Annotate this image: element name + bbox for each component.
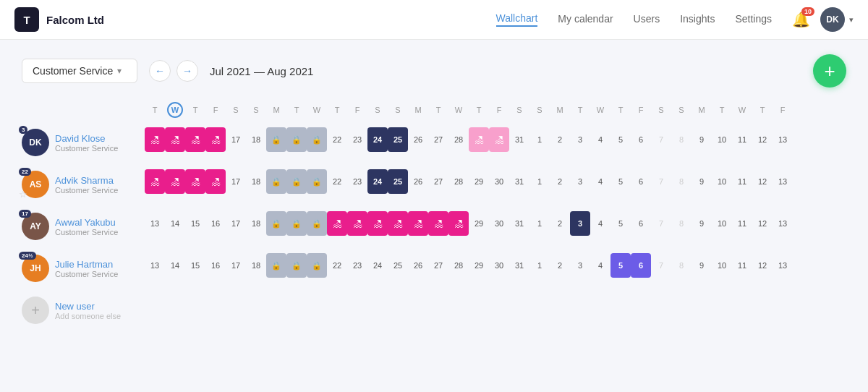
cal-cell[interactable]: 8 bbox=[671, 127, 692, 152]
cal-cell[interactable]: 🏖 bbox=[185, 127, 205, 152]
cal-cell[interactable]: 14 bbox=[165, 253, 185, 278]
cal-cell[interactable]: 8 bbox=[671, 253, 692, 278]
cal-cell[interactable]: 🔒 bbox=[286, 127, 307, 152]
cal-cell[interactable]: 🏖 bbox=[388, 211, 408, 236]
cal-cell[interactable]: 🏖 bbox=[489, 127, 509, 152]
cal-cell[interactable]: 24 bbox=[367, 169, 388, 194]
cal-cell[interactable]: 28 bbox=[448, 169, 469, 194]
cal-cell[interactable]: 11 bbox=[732, 169, 752, 194]
cal-cell[interactable]: 🏖 bbox=[205, 127, 226, 152]
cal-cell[interactable]: 30 bbox=[489, 253, 509, 278]
new-user-name[interactable]: New user bbox=[55, 301, 121, 312]
cal-cell[interactable]: 18 bbox=[246, 253, 266, 278]
cal-cell[interactable]: 3 bbox=[570, 253, 590, 278]
notification-button[interactable]: 🔔 10 bbox=[792, 11, 810, 28]
cal-cell[interactable]: 27 bbox=[428, 253, 448, 278]
cal-cell[interactable]: 25 bbox=[388, 127, 408, 152]
cal-cell[interactable]: 29 bbox=[469, 211, 489, 236]
cal-cell[interactable]: 29 bbox=[469, 253, 489, 278]
cal-cell[interactable]: 3 bbox=[570, 127, 590, 152]
cal-cell[interactable]: 24 bbox=[367, 127, 388, 152]
cal-cell[interactable]: 26 bbox=[408, 169, 428, 194]
cal-cell[interactable]: 5 bbox=[610, 253, 631, 278]
cal-cell[interactable]: 18 bbox=[246, 127, 266, 152]
add-user-button[interactable]: + bbox=[22, 297, 49, 324]
cal-cell[interactable]: 17 bbox=[226, 211, 246, 236]
cal-cell[interactable]: 8 bbox=[671, 169, 692, 194]
cal-cell[interactable]: 31 bbox=[509, 253, 529, 278]
cal-cell[interactable]: 31 bbox=[509, 127, 529, 152]
cal-cell[interactable]: 14 bbox=[165, 211, 185, 236]
cal-cell[interactable]: 29 bbox=[469, 169, 489, 194]
nav-insights[interactable]: Insights bbox=[680, 13, 715, 26]
cal-cell[interactable]: 13 bbox=[773, 211, 793, 236]
cal-cell[interactable]: 16 bbox=[205, 253, 226, 278]
cal-cell[interactable]: 12 bbox=[752, 211, 773, 236]
cal-cell[interactable]: 9 bbox=[692, 253, 712, 278]
cal-cell[interactable]: 31 bbox=[509, 169, 529, 194]
cal-cell[interactable]: 🔒 bbox=[307, 211, 327, 236]
cal-cell[interactable]: 18 bbox=[246, 211, 266, 236]
cal-cell[interactable]: 28 bbox=[448, 253, 469, 278]
cal-cell[interactable]: 1 bbox=[529, 169, 550, 194]
cal-cell[interactable]: 9 bbox=[692, 211, 712, 236]
cal-cell[interactable]: 6 bbox=[631, 253, 651, 278]
cal-cell[interactable]: 10 bbox=[712, 127, 732, 152]
cal-cell[interactable]: 12 bbox=[752, 169, 773, 194]
cal-cell[interactable]: 🔒 bbox=[266, 253, 286, 278]
cal-cell[interactable]: 🏖 bbox=[347, 211, 367, 236]
cal-cell[interactable]: 2 bbox=[550, 169, 570, 194]
cal-cell[interactable]: 7 bbox=[651, 253, 671, 278]
cal-cell[interactable]: 🔒 bbox=[307, 169, 327, 194]
cal-cell[interactable]: 3 bbox=[570, 169, 590, 194]
cal-cell[interactable]: 11 bbox=[732, 253, 752, 278]
cal-cell[interactable]: 27 bbox=[428, 169, 448, 194]
cal-cell[interactable]: 🏖 bbox=[165, 169, 185, 194]
cal-cell[interactable]: 🏖 bbox=[408, 211, 428, 236]
cal-cell[interactable]: 17 bbox=[226, 127, 246, 152]
cal-cell[interactable]: 23 bbox=[347, 169, 367, 194]
cal-cell[interactable]: 9 bbox=[692, 127, 712, 152]
cal-cell[interactable]: 31 bbox=[509, 211, 529, 236]
next-arrow-button[interactable]: → bbox=[176, 60, 198, 82]
cal-cell[interactable]: 15 bbox=[185, 211, 205, 236]
employee-name[interactable]: David Klose bbox=[55, 133, 118, 144]
cal-cell[interactable]: 15 bbox=[185, 253, 205, 278]
cal-cell[interactable]: 🔒 bbox=[286, 211, 307, 236]
cal-cell[interactable]: 10 bbox=[712, 169, 732, 194]
cal-cell[interactable]: 12 bbox=[752, 127, 773, 152]
cal-cell[interactable]: 6 bbox=[631, 169, 651, 194]
cal-cell[interactable]: 7 bbox=[651, 211, 671, 236]
cal-cell[interactable]: 18 bbox=[246, 169, 266, 194]
add-button[interactable]: + bbox=[813, 54, 846, 88]
employee-name[interactable]: Julie Hartman bbox=[55, 259, 118, 270]
cal-cell[interactable]: 13 bbox=[773, 253, 793, 278]
cal-cell[interactable]: 13 bbox=[773, 169, 793, 194]
cal-cell[interactable]: 4 bbox=[590, 127, 610, 152]
cal-cell[interactable]: 5 bbox=[610, 169, 631, 194]
cal-cell[interactable]: 25 bbox=[388, 169, 408, 194]
nav-settings[interactable]: Settings bbox=[735, 13, 772, 26]
cal-cell[interactable]: 22 bbox=[327, 253, 347, 278]
cal-cell[interactable]: 2 bbox=[550, 127, 570, 152]
nav-users[interactable]: Users bbox=[634, 13, 660, 26]
department-select[interactable]: Customer Service ▾ bbox=[22, 59, 137, 83]
cal-cell[interactable]: 23 bbox=[347, 253, 367, 278]
cal-cell[interactable]: 25 bbox=[388, 253, 408, 278]
favorite-star-icon[interactable]: ☆ bbox=[19, 189, 27, 200]
cal-cell[interactable]: 🔒 bbox=[266, 127, 286, 152]
employee-name[interactable]: Advik Sharma bbox=[55, 175, 118, 186]
cal-cell[interactable]: 7 bbox=[651, 127, 671, 152]
cal-cell[interactable]: 3 bbox=[570, 211, 590, 236]
cal-cell[interactable]: 🔒 bbox=[307, 253, 327, 278]
cal-cell[interactable]: 1 bbox=[529, 253, 550, 278]
cal-cell[interactable]: 30 bbox=[489, 169, 509, 194]
cal-cell[interactable]: 🏖 bbox=[145, 127, 165, 152]
cal-cell[interactable]: 🏖 bbox=[448, 211, 469, 236]
cal-cell[interactable]: 10 bbox=[712, 211, 732, 236]
cal-cell[interactable]: 🏖 bbox=[469, 127, 489, 152]
cal-cell[interactable]: 26 bbox=[408, 253, 428, 278]
cal-cell[interactable]: 13 bbox=[773, 127, 793, 152]
cal-cell[interactable]: 🏖 bbox=[327, 211, 347, 236]
cal-cell[interactable]: 24 bbox=[367, 253, 388, 278]
